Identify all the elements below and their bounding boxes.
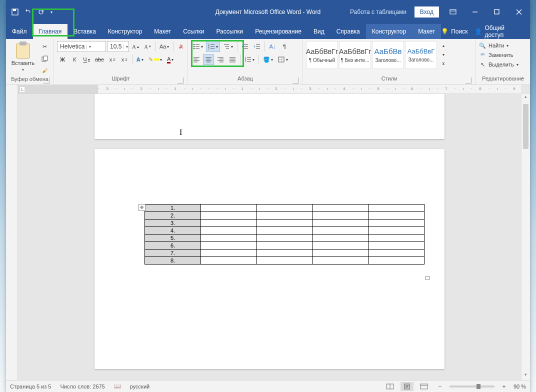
style-heading1[interactable]: АаБбВвЗаголово... — [372, 41, 404, 69]
tab-table-layout[interactable]: Макет — [412, 24, 441, 39]
table-cell[interactable] — [201, 250, 257, 257]
table-cell[interactable] — [312, 242, 368, 250]
table-cell[interactable] — [201, 204, 257, 212]
tab-file[interactable]: Файл — [6, 24, 33, 39]
table-cell-number[interactable]: 5. — [145, 234, 201, 242]
justify-button[interactable] — [227, 54, 238, 65]
tab-design[interactable]: Конструктор — [102, 24, 148, 39]
tab-home[interactable]: Главная — [33, 24, 68, 39]
font-size-combo[interactable]: 10,5▾ — [107, 41, 129, 52]
superscript-button[interactable]: x2 — [119, 54, 130, 65]
zoom-slider-handle[interactable] — [476, 384, 480, 389]
align-right-button[interactable] — [215, 54, 226, 65]
table-row[interactable]: 2. — [145, 212, 424, 220]
table-cell[interactable] — [312, 212, 368, 220]
tab-insert[interactable]: Вставка — [68, 24, 102, 39]
table-cell[interactable] — [256, 234, 312, 242]
find-button[interactable]: 🔍Найти▾ — [479, 41, 508, 50]
table-cell[interactable] — [201, 227, 257, 234]
table-cell[interactable] — [312, 204, 368, 212]
table-cell-number[interactable]: 4. — [145, 227, 201, 234]
qat-customize-icon[interactable]: ▾ — [48, 6, 55, 18]
styles-row-up[interactable]: ▴ — [438, 41, 449, 50]
tab-selector[interactable]: L — [20, 87, 24, 92]
table-cell[interactable] — [201, 220, 257, 227]
copy-button[interactable] — [39, 53, 50, 64]
zoom-level[interactable]: 90 % — [514, 384, 526, 390]
text-effects-button[interactable]: A▾ — [134, 54, 146, 65]
multilevel-list-button[interactable]: ▾ — [221, 41, 235, 52]
table-cell[interactable] — [312, 220, 368, 227]
table-row[interactable]: 8. — [145, 257, 424, 264]
bold-button[interactable]: Ж — [57, 54, 68, 65]
table-cell[interactable] — [256, 227, 312, 234]
table-cell[interactable] — [368, 242, 424, 250]
shading-button[interactable]: 🪣▾ — [261, 54, 275, 65]
table-row[interactable]: 7. — [145, 250, 424, 257]
horizontal-ruler[interactable]: L · 3 · ı · 2 · ı · 1 · ı · · · ı · 1 · … — [18, 85, 521, 94]
table-cell[interactable] — [312, 227, 368, 234]
signin-button[interactable]: Вход — [414, 6, 439, 18]
status-proofing-icon[interactable]: 📖 — [114, 383, 121, 390]
table-cell[interactable] — [368, 250, 424, 257]
table-cell[interactable] — [256, 212, 312, 220]
align-center-button[interactable] — [203, 54, 214, 65]
status-wordcount[interactable]: Число слов: 2675 — [60, 384, 104, 390]
table-row[interactable]: 3. — [145, 220, 424, 227]
table-cell-number[interactable]: 3. — [145, 220, 201, 227]
table-cell[interactable] — [368, 212, 424, 220]
styles-expand[interactable]: ⊻ — [438, 59, 449, 68]
strikethrough-button[interactable]: abc — [93, 54, 106, 65]
maximize-button[interactable] — [486, 4, 508, 20]
show-marks-button[interactable]: ¶ — [279, 41, 290, 52]
table-cell[interactable] — [368, 227, 424, 234]
table-cell[interactable] — [256, 220, 312, 227]
table-cell[interactable] — [312, 250, 368, 257]
view-read-mode[interactable] — [384, 382, 396, 391]
italic-button[interactable]: К — [69, 54, 80, 65]
replace-button[interactable]: ᵃᵇЗаменить — [479, 50, 513, 60]
tell-me-search[interactable]: 💡Поиск — [441, 28, 468, 35]
format-painter-button[interactable]: 🖌 — [39, 65, 50, 76]
styles-launcher[interactable] — [466, 78, 472, 84]
table-cell[interactable] — [256, 257, 312, 264]
save-button[interactable] — [9, 6, 21, 18]
sort-button[interactable]: A↓ — [267, 41, 278, 52]
table-cell[interactable] — [368, 204, 424, 212]
cut-button[interactable]: ✂ — [39, 41, 50, 52]
tab-review[interactable]: Рецензирование — [249, 24, 308, 39]
table-cell-number[interactable]: 2. — [145, 212, 201, 220]
view-web-layout[interactable] — [418, 382, 430, 391]
tab-layout[interactable]: Макет — [148, 24, 177, 39]
status-page[interactable]: Страница 5 из 5 — [10, 384, 51, 390]
change-case-button[interactable]: Aa▾ — [158, 41, 171, 52]
tab-mailings[interactable]: Рассылки — [210, 24, 249, 39]
table-row[interactable]: 4. — [145, 227, 424, 234]
table-cell[interactable] — [368, 220, 424, 227]
style-heading2[interactable]: АаБбВвГЗаголово... — [405, 41, 437, 69]
share-button[interactable]: 👤Общий доступ — [474, 24, 524, 38]
table-cell[interactable] — [201, 242, 257, 250]
status-language[interactable]: русский — [130, 384, 150, 390]
style-no-spacing[interactable]: АаБбВвГг¶ Без инте... — [339, 41, 371, 69]
bullets-button[interactable]: ▾ — [191, 41, 205, 52]
table-cell[interactable] — [368, 234, 424, 242]
borders-button[interactable]: ▾ — [276, 54, 290, 65]
select-button[interactable]: ↖Выделить▾ — [479, 60, 518, 69]
close-button[interactable] — [508, 4, 530, 20]
zoom-slider[interactable] — [450, 386, 494, 388]
subscript-button[interactable]: x2 — [107, 54, 118, 65]
zoom-in-button[interactable]: + — [498, 382, 510, 390]
font-name-combo[interactable]: Helvetica▾ — [57, 41, 106, 52]
table-cell[interactable] — [256, 242, 312, 250]
document-table[interactable]: 1.2.3.4.5.6.7.8. — [144, 204, 424, 264]
scroll-up-icon[interactable]: ▴ — [522, 94, 530, 102]
table-cell-number[interactable]: 7. — [145, 250, 201, 257]
numbering-button[interactable]: 123▾ — [206, 41, 220, 52]
table-cell[interactable] — [201, 257, 257, 264]
table-row[interactable]: 6. — [145, 242, 424, 250]
table-row[interactable]: 5. — [145, 234, 424, 242]
paste-button[interactable]: Вставить ▾ — [9, 41, 37, 74]
table-cell[interactable] — [368, 257, 424, 264]
table-row[interactable]: 1. — [145, 204, 424, 212]
